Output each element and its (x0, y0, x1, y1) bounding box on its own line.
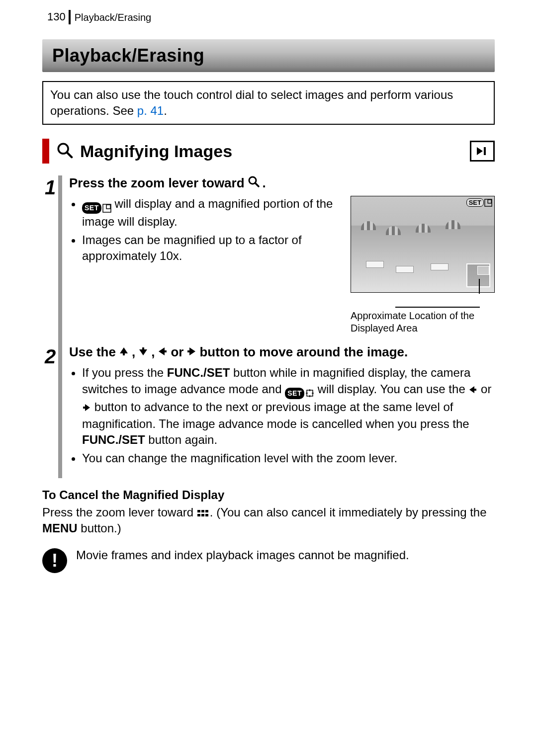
func-set-label: FUNC./SET (167, 366, 230, 379)
step-1: 1 Press the zoom lever toward . SET (42, 175, 495, 344)
step1-bullet-2: Images can be magnified up to a factor o… (82, 232, 341, 264)
menu-label: MENU (42, 521, 78, 535)
svg-rect-24 (474, 389, 476, 391)
step-2: 2 Use the , , or button to move around t… (42, 344, 495, 478)
step2-head-c: , (151, 344, 155, 360)
svg-rect-17 (187, 350, 190, 352)
arrow-up-icon (119, 344, 129, 360)
playback-mode-icon (470, 141, 495, 162)
svg-rect-29 (205, 510, 208, 512)
set-magnify-badge: SET (82, 202, 111, 214)
b1-a: If you press the (82, 366, 167, 379)
step1-head-a: Press the zoom lever toward (69, 175, 245, 191)
b1-d: or (481, 382, 491, 396)
index-view-icon (197, 508, 210, 518)
section-title: Magnifying Images (80, 142, 463, 161)
page-header: 130 Playback/Erasing (0, 0, 537, 24)
cancel-section: To Cancel the Magnified Display Press th… (42, 487, 495, 536)
magnify-icon (56, 142, 73, 161)
svg-rect-31 (201, 514, 204, 516)
arrow-right-icon (82, 400, 91, 416)
intro-callout: You can also use the touch control dial … (42, 81, 495, 125)
cancel-a: Press the zoom lever toward (42, 505, 197, 519)
set-label: SET (285, 388, 304, 399)
example-photo-block: SET Approximate Location of the Disp (351, 196, 495, 335)
intro-text-a: You can also use the touch control dial … (50, 88, 453, 117)
nav-indicator-box (466, 263, 490, 287)
svg-rect-9 (488, 200, 491, 203)
step1-bullet-1: SET will display and a magnified portion… (82, 196, 341, 230)
step2-head-e: button to move around the image. (199, 344, 408, 360)
step2-bullet-1: If you press the FUNC./SET button while … (82, 365, 495, 448)
section-heading: Magnifying Images (42, 139, 495, 164)
set-label: SET (82, 202, 101, 214)
breadcrumb: Playback/Erasing (75, 12, 152, 24)
svg-rect-30 (197, 514, 200, 516)
set-advance-badge: SET (285, 388, 314, 399)
arrow-left-icon (468, 382, 477, 398)
svg-rect-3 (484, 147, 486, 155)
arrow-down-icon (138, 344, 148, 360)
photo-set-overlay: SET (466, 198, 492, 207)
step1-bullet1-text: will display and a magnified portion of … (82, 197, 333, 228)
warning-icon: ! (42, 548, 67, 573)
step2-head-d: or (171, 344, 183, 360)
b1-c: will display. You can use the (318, 382, 469, 396)
set-label: SET (466, 198, 484, 207)
intro-text-b: . (164, 104, 167, 117)
svg-rect-7 (106, 205, 110, 209)
svg-rect-13 (142, 347, 144, 350)
page-number: 130 (47, 10, 71, 24)
b1-f: button again. (145, 433, 217, 446)
step-number: 2 (42, 344, 62, 478)
section-accent-bar (42, 139, 49, 164)
svg-line-5 (255, 183, 259, 186)
svg-marker-2 (477, 147, 483, 155)
arrow-left-icon (158, 344, 168, 360)
svg-rect-28 (201, 510, 204, 512)
chapter-title-bar: Playback/Erasing (42, 39, 495, 72)
cancel-c: button.) (78, 521, 121, 535)
svg-marker-25 (85, 404, 90, 411)
svg-marker-23 (469, 386, 474, 393)
note-text: Movie frames and index playback images c… (76, 548, 409, 562)
svg-rect-15 (164, 350, 167, 352)
example-photo: SET (351, 196, 495, 293)
svg-rect-26 (83, 407, 86, 409)
step2-head-b: , (132, 344, 135, 360)
magnify-icon (248, 175, 260, 187)
svg-rect-6 (103, 204, 111, 212)
steps-container: 1 Press the zoom lever toward . SET (42, 175, 495, 478)
func-set-label-2: FUNC./SET (82, 433, 145, 446)
page-ref-link[interactable]: p. 41 (137, 104, 164, 117)
note-row: ! Movie frames and index playback images… (42, 548, 495, 573)
svg-rect-32 (205, 514, 208, 516)
step-number: 1 (42, 175, 62, 344)
step2-bullet-2: You can change the magnification level w… (82, 450, 495, 466)
photo-caption: Approximate Location of the Displayed Ar… (351, 310, 495, 335)
svg-rect-11 (123, 352, 125, 355)
cancel-heading: To Cancel the Magnified Display (42, 487, 495, 503)
arrow-right-icon (186, 344, 196, 360)
svg-rect-27 (197, 510, 200, 512)
svg-line-1 (67, 153, 72, 158)
chapter-title: Playback/Erasing (52, 45, 204, 66)
cancel-b: . (You can also cancel it immediately by… (210, 505, 487, 519)
step2-head-a: Use the (69, 344, 116, 360)
step1-head-b: . (263, 175, 266, 191)
svg-rect-8 (485, 199, 492, 206)
b1-e: button to advance to the next or previou… (82, 400, 469, 430)
